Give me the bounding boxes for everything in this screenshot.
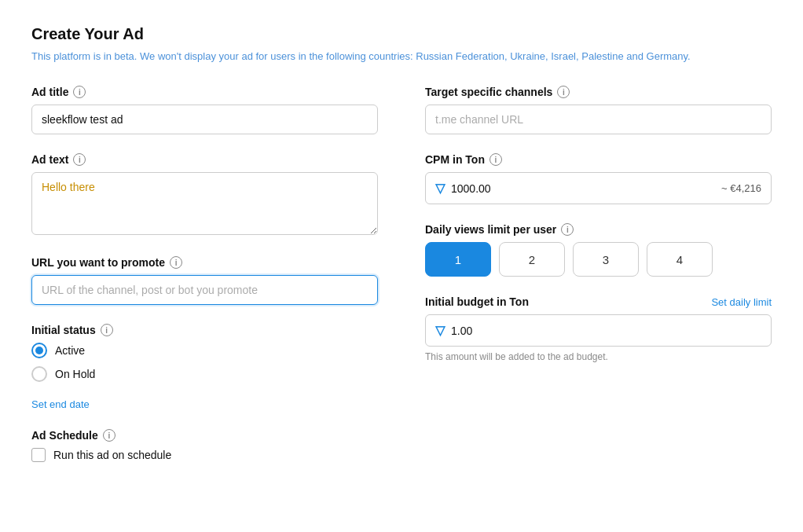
cpm-label: CPM in Ton i: [425, 153, 772, 166]
schedule-checkbox-row: Run this ad on schedule: [31, 448, 378, 462]
view-btn-4[interactable]: 4: [647, 242, 713, 277]
radio-active[interactable]: Active: [31, 343, 378, 358]
target-channels-group: Target specific channels i: [425, 86, 772, 134]
budget-header: Initial budget in Ton Set daily limit: [425, 295, 772, 308]
schedule-checkbox[interactable]: [31, 448, 46, 462]
budget-hint: This amount will be added to the ad budg…: [425, 351, 772, 362]
target-channels-label: Target specific channels i: [425, 86, 772, 98]
cpm-euro-equiv: ~ €4,216: [721, 182, 761, 194]
view-btn-3[interactable]: 3: [573, 242, 639, 277]
cpm-ton-icon: ▽: [435, 181, 445, 196]
ad-text-info-icon: i: [73, 153, 86, 166]
ad-schedule-info-icon: i: [103, 429, 116, 442]
ad-title-label: Ad title i: [31, 86, 378, 98]
daily-views-group: Daily views limit per user i 1 2 3 4: [425, 223, 772, 277]
daily-views-label: Daily views limit per user i: [425, 223, 772, 236]
form-layout: Ad title i Ad text i Hello there URL you…: [31, 86, 772, 481]
view-btn-1[interactable]: 1: [425, 242, 491, 277]
left-column: Ad title i Ad text i Hello there URL you…: [31, 86, 378, 481]
initial-status-group: Initial status i Active On Hold: [31, 324, 378, 382]
budget-label: Initial budget in Ton: [425, 295, 529, 308]
radio-active-label: Active: [55, 344, 85, 357]
right-column: Target specific channels i CPM in Ton i …: [425, 86, 772, 481]
ad-title-info-icon: i: [73, 86, 86, 98]
radio-onhold-circle[interactable]: [31, 366, 47, 382]
schedule-checkbox-label: Run this ad on schedule: [53, 449, 171, 461]
initial-status-info-icon: i: [101, 324, 113, 336]
set-end-date-link[interactable]: Set end date: [31, 398, 90, 410]
radio-onhold[interactable]: On Hold: [31, 366, 378, 382]
set-daily-limit-link[interactable]: Set daily limit: [711, 296, 772, 308]
budget-field: ▽: [425, 314, 772, 347]
cpm-info-icon: i: [490, 153, 502, 166]
daily-views-info-icon: i: [561, 223, 574, 236]
ad-title-input[interactable]: [31, 105, 378, 134]
initial-budget-group: Initial budget in Ton Set daily limit ▽ …: [425, 295, 772, 362]
budget-ton-icon: ▽: [435, 323, 445, 338]
url-input[interactable]: [31, 275, 378, 305]
url-group: URL you want to promote i: [31, 256, 378, 305]
initial-status-label: Initial status i: [31, 324, 378, 336]
ad-text-input[interactable]: Hello there: [31, 172, 378, 235]
cpm-field: ▽ ~ €4,216: [425, 172, 772, 204]
budget-input[interactable]: [451, 325, 761, 337]
radio-active-circle[interactable]: [31, 343, 47, 358]
view-btn-2[interactable]: 2: [499, 242, 565, 277]
beta-notice: This platform is in beta. We won't displ…: [31, 50, 772, 64]
ad-schedule-label: Ad Schedule i: [31, 429, 378, 442]
ad-text-label: Ad text i: [31, 153, 378, 166]
cpm-group: CPM in Ton i ▽ ~ €4,216: [425, 153, 772, 204]
url-info-icon: i: [170, 256, 182, 269]
cpm-input[interactable]: [451, 182, 715, 195]
radio-onhold-label: On Hold: [55, 368, 95, 380]
url-label: URL you want to promote i: [31, 256, 378, 269]
target-channels-input[interactable]: [425, 105, 772, 134]
daily-views-options: 1 2 3 4: [425, 242, 772, 277]
ad-text-group: Ad text i Hello there: [31, 153, 378, 237]
target-channels-info-icon: i: [557, 86, 570, 98]
page-title: Create Your Ad: [31, 25, 772, 43]
ad-schedule-group: Ad Schedule i Run this ad on schedule: [31, 429, 378, 462]
ad-title-group: Ad title i: [31, 86, 378, 134]
